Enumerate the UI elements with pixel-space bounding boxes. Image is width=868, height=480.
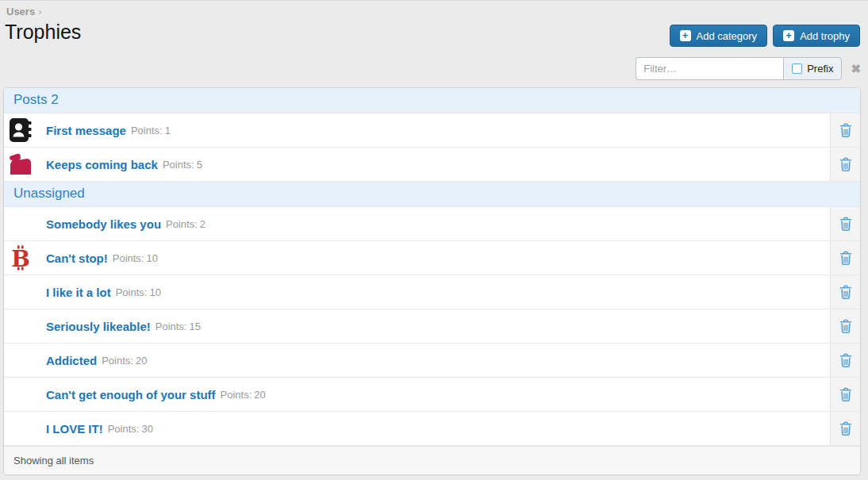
list-footer: Showing all items [4,446,860,474]
plus-square-icon: + [783,30,794,41]
breadcrumb: Users› [0,1,868,17]
delete-trophy-button[interactable] [830,275,860,309]
delete-trophy-button[interactable] [830,378,860,411]
trophy-row: First message Points:1 [4,113,860,148]
trophy-points: Points:30 [108,423,153,435]
trophy-icon-cell [4,412,46,445]
trophy-title-link[interactable]: Can't stop! [46,252,108,265]
trophy-points: Points:2 [166,218,205,230]
trash-icon [838,284,854,300]
add-trophy-label: Add trophy [800,30,850,42]
trophy-points: Points:10 [113,252,158,264]
plus-square-icon: + [680,30,691,41]
trophy-row: B Can't stop! Points:10 [4,241,860,275]
trophy-points: Points:20 [102,355,147,367]
breadcrumb-users-link[interactable]: Users [6,6,35,17]
trophy-title-link[interactable]: I LOVE IT! [46,422,103,436]
trash-icon [838,318,854,334]
trophy-points: Points:1 [131,125,171,136]
trophy-title-link[interactable]: Addicted [46,354,97,367]
prefix-addon: Prefix [783,57,842,80]
clear-filter-icon[interactable]: ✖ [851,63,861,75]
trash-icon [838,420,854,436]
filter-bar: Prefix ✖ [636,57,861,80]
trophy-icon-cell [4,148,46,181]
trophy-icon-cell [4,275,46,309]
trophy-title-link[interactable]: Can't get enough of your stuff [46,388,216,401]
delete-trophy-button[interactable] [830,344,860,377]
trophy-icon-cell [4,207,46,240]
prefix-label: Prefix [807,63,833,75]
trophy-row: I LOVE IT! Points:30 [4,412,860,446]
red-hand-icon [7,151,34,178]
trophy-row: Keeps coming back Points:5 [4,148,860,182]
prefix-checkbox[interactable] [792,63,802,74]
trophy-icon-cell [4,309,46,343]
add-category-button[interactable]: + Add category [670,25,768,47]
svg-text:B: B [11,246,30,272]
address-book-icon [7,117,34,144]
trophy-points: Points:20 [221,389,266,401]
trophy-icon-cell [4,344,46,377]
trophy-title-link[interactable]: I like it a lot [46,286,111,299]
trophy-icon-cell [4,113,46,147]
delete-trophy-button[interactable] [830,207,860,240]
trophy-row: Seriously likeable! Points:15 [4,309,860,344]
trophy-points: Points:10 [116,286,161,298]
delete-trophy-button[interactable] [830,148,860,181]
add-category-label: Add category [697,30,758,42]
trophy-points: Points:15 [156,321,201,332]
bitcoin-icon: B [7,244,34,271]
trophy-row: I like it a lot Points:10 [4,275,860,309]
delete-trophy-button[interactable] [830,241,860,275]
delete-trophy-button[interactable] [830,113,860,147]
filter-input[interactable] [636,57,783,80]
category-header: Unassigned [4,182,860,207]
trash-icon [838,386,854,402]
trash-icon [838,216,854,232]
trophy-points: Points:5 [163,159,202,171]
trophy-title-link[interactable]: Keeps coming back [46,158,158,171]
delete-trophy-button[interactable] [830,309,860,343]
trophy-icon-cell: B [4,241,46,275]
toolbar: + Add category + Add trophy [670,25,860,47]
trash-icon [838,122,854,138]
trash-icon [838,250,854,266]
delete-trophy-button[interactable] [830,412,860,445]
trash-icon [838,156,854,172]
trophy-title-link[interactable]: First message [46,124,126,137]
trophy-title-link[interactable]: Seriously likeable! [46,320,151,333]
add-trophy-button[interactable]: + Add trophy [773,25,860,47]
trophy-title-link[interactable]: Somebody likes you [46,217,161,231]
trophy-list: Posts 2 First message Points:1 [3,87,861,475]
trophy-row: Addicted Points:20 [4,344,860,378]
trophy-row: Somebody likes you Points:2 [4,207,860,241]
category-header: Posts 2 [4,88,860,113]
trash-icon [838,352,854,368]
trophy-row: Can't get enough of your stuff Points:20 [4,378,860,412]
trophy-icon-cell [4,378,46,411]
breadcrumb-separator: › [38,6,41,17]
